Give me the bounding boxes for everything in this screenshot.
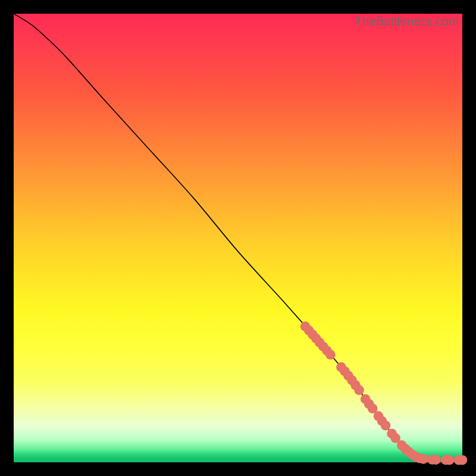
marker-dot (431, 455, 441, 465)
marker-dot (325, 350, 336, 360)
chart-overlay (14, 14, 462, 462)
chart-stage: TheBottleneck.com (0, 0, 476, 476)
marker-dot (354, 385, 364, 395)
plot-area: TheBottleneck.com (14, 14, 462, 462)
marker-dot (458, 455, 468, 465)
marker-dot (381, 421, 391, 431)
highlighted-markers (300, 321, 467, 465)
bottleneck-curve (14, 14, 462, 460)
marker-dot (444, 455, 455, 465)
marker-dot (418, 454, 428, 464)
